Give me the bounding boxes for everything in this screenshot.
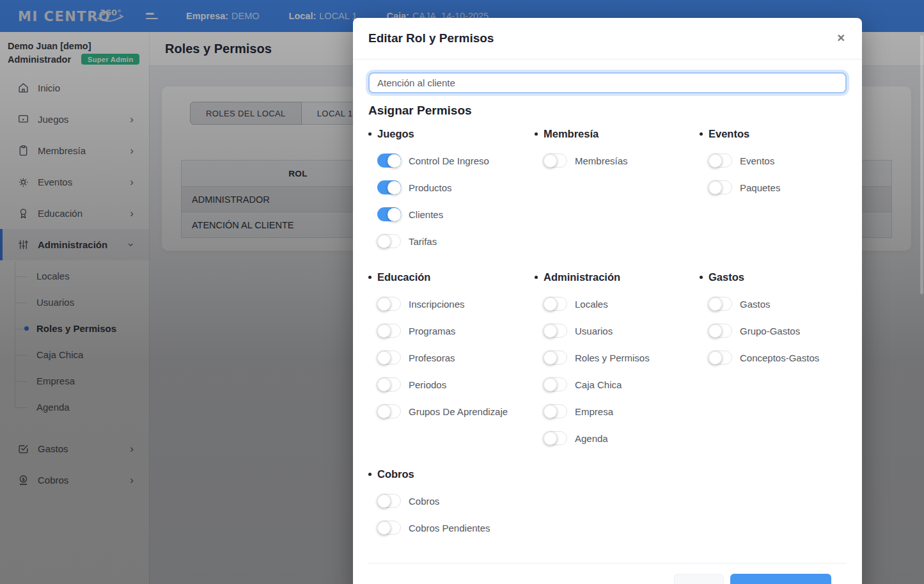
- permission-row-caja-chica: Caja Chica: [544, 371, 709, 398]
- toggle-knob: [377, 235, 391, 248]
- permission-label: Cobros Pendientes: [409, 523, 490, 533]
- toggle-empresa[interactable]: [544, 404, 567, 418]
- toggle-knob: [377, 378, 391, 391]
- toggle-cobros[interactable]: [377, 494, 401, 508]
- toggle-caja-chica[interactable]: [544, 377, 567, 391]
- toggle-knob: [709, 154, 722, 168]
- toggle-usuarios[interactable]: [544, 324, 567, 338]
- app-root: MI CENTRO 360° Empresa:DEMOLocal:LOCAL 1…: [0, 0, 924, 584]
- toggle-profesoras[interactable]: [377, 351, 401, 365]
- permission-label: Control De Ingreso: [409, 155, 489, 166]
- permission-group-eventos: EventosEventosPaquetes: [709, 128, 847, 255]
- permission-row-tarifas: Tarifas: [377, 228, 544, 255]
- toggle-inscripciones[interactable]: [377, 297, 401, 311]
- toggle-knob: [544, 324, 557, 338]
- toggle-tarifas[interactable]: [377, 234, 401, 248]
- permission-label: Membresías: [575, 155, 628, 166]
- permission-label: Conceptos-Gastos: [740, 352, 819, 363]
- toggle-knob: [377, 521, 391, 535]
- toggle-productos[interactable]: [377, 180, 401, 194]
- toggle-agenda[interactable]: [544, 431, 567, 445]
- permission-row-inscripciones: Inscripciones: [377, 290, 544, 317]
- toggle-knob: [544, 405, 557, 418]
- toggle-locales[interactable]: [544, 297, 567, 311]
- toggle-knob: [709, 351, 722, 365]
- permission-group-title: Administración: [544, 271, 709, 285]
- modal-body: Asignar Permisos JuegosControl De Ingres…: [353, 59, 862, 584]
- scrollbar-thumb[interactable]: [920, 35, 923, 294]
- permission-group-title: Educación: [377, 271, 544, 285]
- toggle-grupo-gastos[interactable]: [709, 324, 732, 338]
- toggle-knob: [377, 351, 391, 365]
- permission-group-juegos: JuegosControl De IngresoProductosCliente…: [377, 128, 544, 255]
- toggle-knob: [544, 432, 557, 445]
- permission-label: Roles y Permisos: [575, 352, 650, 363]
- toggle-periodos[interactable]: [377, 377, 401, 391]
- close-icon[interactable]: ✕: [837, 33, 845, 43]
- permissions-heading: Asignar Permisos: [368, 104, 847, 120]
- permission-label: Productos: [409, 182, 452, 193]
- permission-row-agenda: Agenda: [544, 425, 709, 452]
- permission-row-clientes: Clientes: [377, 201, 544, 228]
- toggle-cobros-pendientes[interactable]: [377, 521, 401, 535]
- permission-label: Clientes: [409, 209, 443, 220]
- toggle-knob: [388, 181, 401, 194]
- cancel-button[interactable]: [674, 574, 724, 584]
- permission-row-cobros-pendientes: Cobros Pendientes: [377, 514, 544, 541]
- permission-group-title: Cobros: [377, 468, 544, 482]
- permission-label: Cobros: [409, 496, 439, 507]
- toggle-knob: [377, 405, 391, 418]
- permission-row-empresa: Empresa: [544, 398, 709, 425]
- toggle-gastos[interactable]: [709, 297, 732, 311]
- permission-group-title: Membresía: [544, 128, 709, 142]
- permission-row-gastos: Gastos: [709, 290, 847, 317]
- toggle-roles-y-permisos[interactable]: [544, 351, 567, 365]
- permission-label: Paquetes: [740, 182, 780, 193]
- modal-title: Editar Rol y Permisos: [368, 31, 494, 45]
- permission-label: Eventos: [740, 155, 774, 166]
- permission-group-gastos: GastosGastosGrupo-GastosConceptos-Gastos: [709, 271, 847, 452]
- permission-row-roles-y-permisos: Roles y Permisos: [544, 344, 709, 371]
- permission-row-grupo-gastos: Grupo-Gastos: [709, 317, 847, 344]
- modal-footer: [368, 563, 847, 584]
- toggle-knob: [544, 351, 557, 365]
- toggle-membresias[interactable]: [544, 154, 567, 168]
- permission-label: Empresa: [575, 406, 613, 417]
- permission-label: Inscripciones: [409, 299, 465, 310]
- save-button[interactable]: [730, 574, 831, 584]
- permission-group-cobros: CobrosCobrosCobros Pendientes: [377, 468, 544, 541]
- permission-row-membresias: Membresías: [544, 147, 709, 174]
- permission-row-eventos: Eventos: [709, 147, 847, 174]
- toggle-knob: [377, 297, 391, 311]
- permission-label: Tarifas: [409, 236, 437, 247]
- toggle-paquetes[interactable]: [709, 180, 732, 194]
- permission-row-periodos: Periodos: [377, 371, 544, 398]
- permission-label: Usuarios: [575, 326, 613, 336]
- toggle-conceptos-gastos[interactable]: [709, 351, 732, 365]
- permission-row-conceptos-gastos: Conceptos-Gastos: [709, 344, 847, 371]
- permission-group-membresia: MembresíaMembresías: [544, 128, 709, 255]
- permission-row-grupos-de-aprendizaje: Grupos De Aprendizaje: [377, 398, 544, 425]
- permission-row-locales: Locales: [544, 290, 709, 317]
- toggle-clientes[interactable]: [377, 207, 401, 221]
- permission-row-productos: Productos: [377, 174, 544, 201]
- permission-row-control-de-ingreso: Control De Ingreso: [377, 147, 544, 174]
- permission-row-profesoras: Profesoras: [377, 344, 544, 371]
- toggle-knob: [709, 181, 722, 194]
- permission-label: Profesoras: [409, 352, 455, 363]
- toggle-programas[interactable]: [377, 324, 401, 338]
- toggle-knob: [544, 378, 557, 391]
- permission-group-title: Eventos: [709, 128, 847, 142]
- toggle-control-de-ingreso[interactable]: [377, 154, 401, 168]
- permission-label: Locales: [575, 299, 608, 310]
- toggle-grupos-de-aprendizaje[interactable]: [377, 404, 401, 418]
- permission-row-programas: Programas: [377, 317, 544, 344]
- toggle-eventos[interactable]: [709, 154, 732, 168]
- toggle-knob: [709, 297, 722, 311]
- toggle-knob: [377, 494, 391, 508]
- permission-group-educacion: EducaciónInscripcionesProgramasProfesora…: [377, 271, 544, 452]
- permission-row-cobros: Cobros: [377, 487, 544, 514]
- role-name-input[interactable]: [368, 72, 847, 93]
- toggle-knob: [388, 208, 401, 221]
- permission-label: Programas: [409, 326, 455, 336]
